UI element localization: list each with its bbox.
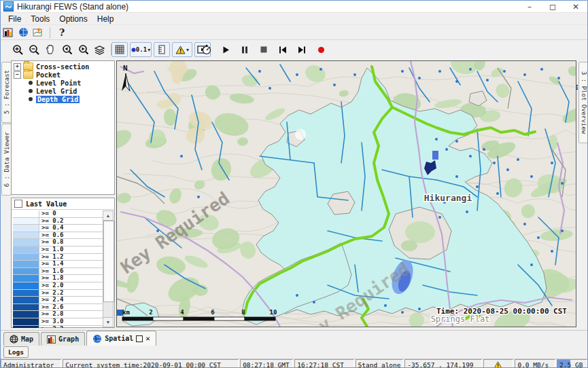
legend-color-swatch: [13, 210, 39, 217]
warning-icon: [494, 361, 502, 368]
logs-button[interactable]: Logs: [3, 346, 29, 358]
skip-to-end-button[interactable]: [294, 43, 309, 56]
skip-to-start-button[interactable]: [275, 43, 290, 56]
zoom-next-icon[interactable]: [75, 43, 90, 56]
svg-text:4: 4: [180, 309, 184, 316]
zoom-previous-icon[interactable]: [59, 43, 74, 56]
spatial-display-icon[interactable]: [31, 26, 46, 39]
status-coordinates: -35.657 , 174.199: [404, 359, 481, 368]
globe-wireframe-icon: [10, 335, 18, 344]
tab-data-viewer[interactable]: 6 : Data Viewer: [1, 124, 12, 196]
chevron-down-icon: ▾: [186, 47, 189, 53]
status-user: Administrator: [1, 359, 61, 368]
record-button[interactable]: [313, 43, 328, 56]
legend-label: >= 2.0: [39, 282, 104, 289]
scroll-up-icon[interactable]: ▲: [103, 211, 113, 221]
svg-text:6: 6: [211, 309, 214, 316]
svg-text:N: N: [123, 64, 128, 73]
toolbar-separator: [50, 27, 50, 38]
maximize-button[interactable]: ◻: [541, 1, 564, 12]
legend-color-swatch: [13, 268, 39, 275]
map-time-label: Time: 2020-08-25 00:00:00 CST: [436, 307, 567, 316]
legend-color-swatch: [13, 326, 39, 329]
tab-spatial[interactable]: Spatial ✕: [86, 331, 156, 346]
legend-color-swatch: [13, 246, 39, 253]
globe-icon: [92, 334, 102, 344]
pan-hand-icon[interactable]: [43, 43, 58, 56]
tree-node-pocket[interactable]: − Pocket: [14, 71, 114, 79]
legend-row[interactable]: >= 3.2: [13, 326, 104, 329]
window-title: Hikurangi FEWS (Stand alone): [17, 2, 128, 12]
zoom-in-icon[interactable]: [10, 43, 25, 56]
help-button[interactable]: ?: [54, 26, 69, 39]
threshold-dropdown[interactable]: 0.1 ▾: [130, 42, 152, 57]
tab-label: Graph: [58, 335, 79, 343]
legend-color-swatch: [13, 261, 39, 268]
legend-label: >= 1.4: [39, 261, 104, 268]
stop-button[interactable]: [256, 43, 271, 56]
menu-item-help[interactable]: Help: [92, 14, 119, 24]
data-display-icon[interactable]: [1, 26, 16, 39]
tab-forecast[interactable]: 5 : Forecast: [1, 62, 12, 123]
menu-bar: FileToolsOptionsHelp: [1, 13, 587, 25]
legend-color-swatch: [13, 318, 39, 325]
status-mode: Stand alone: [356, 359, 404, 368]
legend-color-swatch: [13, 218, 39, 225]
legend-label: >= 2.6: [39, 304, 104, 311]
legend-label: >= 0: [39, 210, 104, 217]
last-value-checkbox[interactable]: [14, 200, 22, 208]
legend-label: >= 3.0: [39, 318, 104, 325]
chevron-down-icon: ▾: [148, 47, 150, 53]
tree-leaf-depth-grid[interactable]: Depth Grid: [14, 95, 114, 103]
leaf-dot-icon: [29, 97, 33, 101]
legend-color-swatch: [13, 275, 39, 282]
map-toolbar: 0.1 ▾ ▾: [1, 40, 587, 60]
tree-leaf-level-point[interactable]: Level Point: [14, 79, 114, 87]
legend-row[interactable]: >= 2.0: [13, 282, 104, 290]
threshold-value: 0.1: [136, 46, 147, 53]
legend-label: >= 0.2: [39, 218, 104, 225]
tab-plot-overview[interactable]: 3 : Plot Overview: [578, 62, 588, 143]
map-canvas[interactable]: API Key Required API Key Required N Hiku…: [116, 60, 576, 327]
warning-dropdown[interactable]: ▾: [172, 42, 192, 57]
leaf-dot-icon: [29, 89, 33, 93]
status-warning-cell[interactable]: [483, 359, 514, 368]
scrollbar-thumb[interactable]: [103, 221, 114, 302]
play-button[interactable]: [218, 43, 233, 56]
legend-label: >= 1.0: [39, 246, 104, 253]
close-pane-icon[interactable]: ✕: [145, 334, 150, 343]
grid-display-button[interactable]: [111, 42, 128, 57]
legend-color-swatch: [13, 225, 39, 232]
title-bar[interactable]: Hikurangi FEWS (Stand alone) – ◻ ✕: [1, 1, 587, 13]
scale-button[interactable]: [154, 42, 170, 57]
stopwatch-icon[interactable]: [199, 43, 214, 56]
menu-item-file[interactable]: File: [3, 14, 26, 24]
layers-icon[interactable]: [92, 43, 107, 56]
zoom-out-icon[interactable]: [27, 43, 41, 56]
svg-text:2: 2: [149, 309, 152, 316]
menu-item-tools[interactable]: Tools: [26, 14, 54, 24]
tab-graph[interactable]: Graph: [41, 332, 85, 346]
status-system-time: Current system time:2020-09-01 00:00 CST: [63, 359, 239, 368]
minimize-button[interactable]: –: [518, 1, 541, 12]
legend-color-swatch: [13, 239, 39, 246]
bar-chart-icon: [47, 335, 56, 344]
map-display-icon[interactable]: [16, 26, 31, 39]
scroll-down-icon[interactable]: ▼: [103, 317, 113, 327]
pause-button[interactable]: [237, 43, 252, 56]
close-button[interactable]: ✕: [564, 1, 587, 12]
menu-item-options[interactable]: Options: [54, 14, 92, 24]
expand-icon[interactable]: +: [14, 63, 21, 71]
legend-color-swatch: [13, 297, 39, 303]
tree-leaf-level-grid[interactable]: Level Grid: [14, 87, 114, 95]
status-bar: Administrator Current system time:2020-0…: [1, 358, 587, 368]
place-label: Springs Flat: [431, 314, 490, 324]
collapse-icon[interactable]: −: [14, 71, 21, 79]
restore-pane-icon[interactable]: [136, 335, 143, 342]
legend-scrollbar[interactable]: ▲ ▼: [103, 210, 114, 327]
legend-row[interactable]: >= 1.0: [13, 246, 104, 254]
legend-row[interactable]: >= 3.0: [13, 318, 104, 326]
legend-row[interactable]: >= 0: [13, 210, 104, 218]
svg-text:km: km: [122, 309, 130, 316]
tab-map[interactable]: Map: [3, 332, 39, 346]
